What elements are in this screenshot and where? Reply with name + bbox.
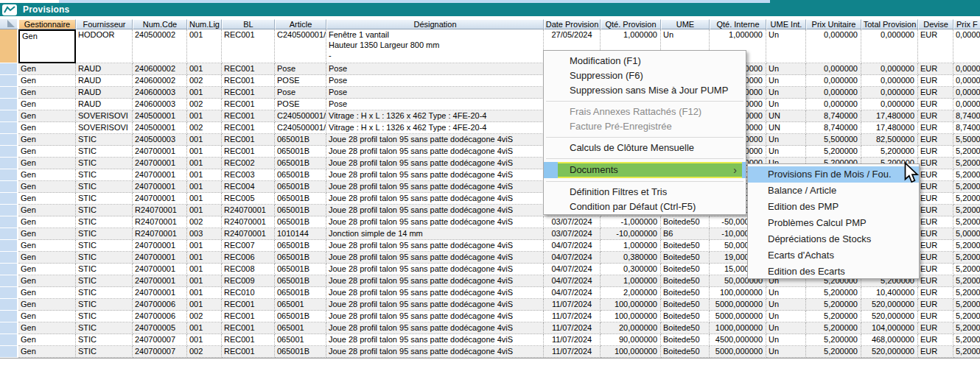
- column-header-num_lig[interactable]: Num.Lig: [187, 19, 222, 29]
- cell-devise[interactable]: EUR: [918, 134, 953, 146]
- cell-prix_f[interactable]: 8,740000: [953, 122, 980, 134]
- cell-num_cde[interactable]: 240500001: [133, 122, 187, 134]
- cell-qte_provision[interactable]: 0,380000: [601, 252, 661, 264]
- cell-fournisseur[interactable]: RAUD: [76, 99, 133, 110]
- cell-ume[interactable]: Boitede50: [661, 299, 710, 311]
- cell-bl[interactable]: REC001: [222, 134, 275, 146]
- cell-fournisseur[interactable]: STIC: [76, 322, 133, 334]
- cell-designation[interactable]: Joue 28 profil talon 95 sans patte dodéc…: [326, 205, 544, 216]
- cell-ume[interactable]: Boitede50: [661, 252, 710, 264]
- cell-ume_int[interactable]: Un: [766, 29, 806, 63]
- cell-ume_int[interactable]: Un: [766, 63, 806, 75]
- cell-total_provision[interactable]: 82,500000: [861, 134, 918, 146]
- cell-num_lig[interactable]: 003: [187, 228, 222, 240]
- cell-qte_provision[interactable]: 90,000000: [601, 334, 661, 346]
- cell-bl[interactable]: REC005: [222, 193, 275, 205]
- cell-prix_f[interactable]: 5,200000: [953, 181, 980, 193]
- cell-prix_unitaire[interactable]: 5,200000: [806, 287, 861, 299]
- cell-fournisseur[interactable]: SOVERISOVI: [76, 110, 133, 122]
- cell-prix_f[interactable]: 5,200000: [953, 252, 980, 264]
- cell-num_lig[interactable]: 001: [187, 264, 222, 275]
- cell-bl[interactable]: REC008: [222, 264, 275, 275]
- cell-num_lig[interactable]: 001: [187, 275, 222, 287]
- cell-devise[interactable]: EUR: [918, 63, 953, 75]
- cell-ume[interactable]: Boitede50: [661, 264, 710, 275]
- row-selector[interactable]: [0, 346, 18, 358]
- cell-bl[interactable]: REC001: [222, 311, 275, 322]
- column-header-designation[interactable]: Désignation: [326, 19, 544, 29]
- cell-article[interactable]: Pose: [275, 87, 326, 99]
- cell-fournisseur[interactable]: STIC: [76, 228, 133, 240]
- cell-article[interactable]: 065001B: [275, 252, 326, 264]
- cell-designation[interactable]: Joue 28 profil talon 95 sans patte dodéc…: [326, 169, 544, 181]
- cell-gestionnaire[interactable]: Gen: [18, 228, 76, 240]
- cell-gestionnaire[interactable]: Gen: [18, 87, 76, 99]
- cell-total_provision[interactable]: 520,000000: [861, 311, 918, 322]
- cell-prix_f[interactable]: 5,000000: [953, 228, 980, 240]
- cell-devise[interactable]: EUR: [918, 122, 953, 134]
- cell-designation[interactable]: Vitrage : H x L : 1326 x 462 Type : 4FE-…: [326, 110, 544, 122]
- cell-prix_unitaire[interactable]: 0,000000: [806, 87, 861, 99]
- cell-gestionnaire[interactable]: Gen: [18, 169, 76, 181]
- cell-prix_f[interactable]: 5,200000: [953, 169, 980, 181]
- cell-prix_unitaire[interactable]: 5,200000: [806, 334, 861, 346]
- cell-num_cde[interactable]: 240500003: [133, 134, 187, 146]
- cell-devise[interactable]: EUR: [918, 346, 953, 358]
- cell-fournisseur[interactable]: STIC: [76, 275, 133, 287]
- cell-prix_f[interactable]: 5,200000: [953, 216, 980, 228]
- cell-bl[interactable]: REC007: [222, 240, 275, 252]
- cell-article[interactable]: 065001B: [275, 275, 326, 287]
- cell-bl[interactable]: REC001: [222, 110, 275, 122]
- cell-gestionnaire[interactable]: Gen: [18, 63, 76, 75]
- cell-num_lig[interactable]: 001: [187, 29, 222, 63]
- cell-article[interactable]: 1010144: [275, 228, 326, 240]
- cell-devise[interactable]: EUR: [918, 311, 953, 322]
- cell-date_provision[interactable]: 03/07/2024: [544, 228, 601, 240]
- cell-total_provision[interactable]: 0,000000: [861, 87, 918, 99]
- cell-fournisseur[interactable]: STIC: [76, 216, 133, 228]
- cell-num_cde[interactable]: 240700001: [133, 146, 187, 158]
- cell-qte_interne[interactable]: 100,000000: [710, 287, 766, 299]
- cell-ume_int[interactable]: Un: [766, 99, 806, 110]
- cell-total_provision[interactable]: 104,000000: [861, 322, 918, 334]
- cell-gestionnaire[interactable]: Gen: [18, 181, 76, 193]
- cell-bl[interactable]: REC001: [222, 75, 275, 87]
- cell-num_cde[interactable]: 240700006: [133, 311, 187, 322]
- cell-designation[interactable]: Joue 28 profil talon 95 sans patte dodéc…: [326, 275, 544, 287]
- row-selector[interactable]: [0, 287, 18, 299]
- cell-date_provision[interactable]: 11/07/2024: [544, 322, 601, 334]
- cell-article[interactable]: 065001B: [275, 205, 326, 216]
- cell-fournisseur[interactable]: STIC: [76, 252, 133, 264]
- cell-total_provision[interactable]: 5,200000: [861, 146, 918, 158]
- cell-date_provision[interactable]: 11/07/2024: [544, 299, 601, 311]
- cell-designation[interactable]: Joue 28 profil talon 95 sans patte dodéc…: [326, 322, 544, 334]
- cell-num_lig[interactable]: 001: [187, 299, 222, 311]
- cell-devise[interactable]: EUR: [918, 87, 953, 99]
- cell-devise[interactable]: EUR: [918, 169, 953, 181]
- cell-gestionnaire[interactable]: Gen: [18, 29, 76, 63]
- cell-num_cde[interactable]: 240700001: [133, 193, 187, 205]
- cell-prix_f[interactable]: 5,200000: [953, 287, 980, 299]
- cell-ume_int[interactable]: Un: [766, 299, 806, 311]
- cell-prix_f[interactable]: 0,000000: [953, 87, 980, 99]
- cell-article[interactable]: 065001B: [275, 240, 326, 252]
- cell-article[interactable]: 065001B: [275, 216, 326, 228]
- cell-fournisseur[interactable]: STIC: [76, 299, 133, 311]
- submenu-item[interactable]: Edition des PMP: [748, 199, 919, 215]
- row-selector[interactable]: [0, 99, 18, 110]
- cell-num_cde[interactable]: 240600003: [133, 87, 187, 99]
- cell-devise[interactable]: EUR: [918, 275, 953, 287]
- cell-article[interactable]: Pose: [275, 63, 326, 75]
- row-selector[interactable]: [0, 122, 18, 134]
- cell-ume_int[interactable]: Un: [766, 346, 806, 358]
- cell-ume[interactable]: Boitede50: [661, 346, 710, 358]
- cell-prix_unitaire[interactable]: 5,200000: [806, 146, 861, 158]
- cell-prix_f[interactable]: 5,200000: [953, 311, 980, 322]
- cell-bl[interactable]: REC001: [222, 122, 275, 134]
- row-selector[interactable]: [0, 75, 18, 87]
- cell-gestionnaire[interactable]: Gen: [18, 110, 76, 122]
- cell-ume_int[interactable]: Un: [766, 75, 806, 87]
- cell-prix_f[interactable]: 5,200000: [953, 158, 980, 169]
- cell-devise[interactable]: EUR: [918, 299, 953, 311]
- cell-total_provision[interactable]: 10,400000: [861, 287, 918, 299]
